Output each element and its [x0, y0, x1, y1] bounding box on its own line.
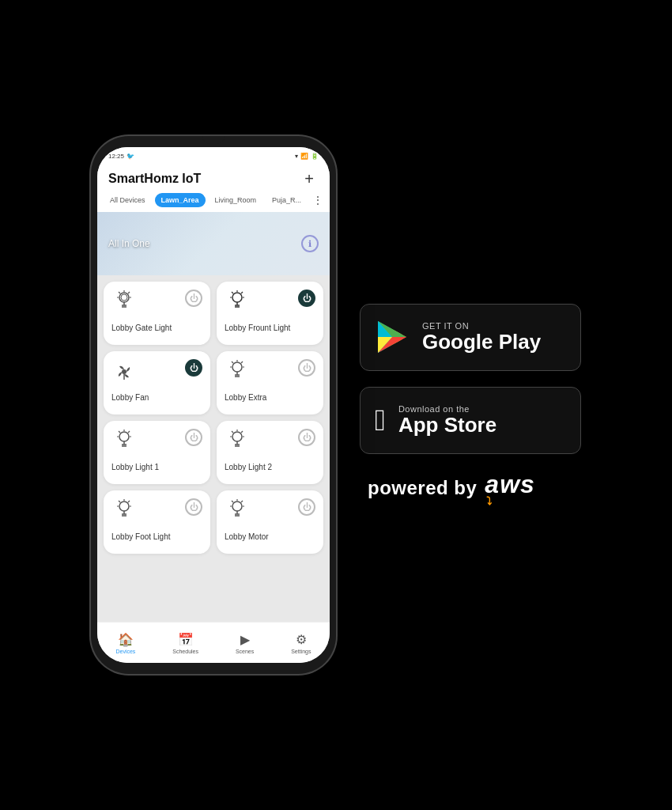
app-store-text-block: Download on the App Store: [398, 404, 496, 437]
device-card-lobby-light-2: ⏻ Lobby Light 2: [217, 421, 323, 484]
app-store-main-text: App Store: [398, 414, 496, 437]
device-card-lobby-light-1: ⏻ Lobby Light 1: [104, 421, 210, 484]
add-device-button[interactable]: +: [300, 169, 319, 188]
nav-devices-label: Devices: [115, 649, 135, 654]
light-icon-lobby-light-1: [111, 429, 137, 458]
section-header: All In One ℹ: [97, 212, 330, 275]
app-title: SmartHomz IoT: [108, 172, 201, 186]
svg-line-15: [241, 292, 243, 293]
svg-line-53: [128, 501, 130, 502]
device-name-lobby-light-1: Lobby Light 1: [111, 463, 159, 472]
power-toggle-lobby-gate-light[interactable]: ⏻: [185, 290, 202, 307]
page-wrapper: 12:25 🐦 ▾ 📶 🔋 SmartHomz IoT + All Device…: [0, 0, 672, 810]
power-toggle-lobby-extra[interactable]: ⏻: [298, 359, 315, 377]
svg-line-35: [128, 431, 130, 433]
power-toggle-lobby-light-1[interactable]: ⏻: [185, 429, 202, 446]
power-toggle-lobby-fan[interactable]: ⏻: [185, 359, 202, 377]
device-name-lobby-gate-light: Lobby Gate Light: [111, 324, 172, 333]
device-name-lobby-extra: Lobby Extra: [225, 393, 266, 403]
svg-point-10: [232, 293, 242, 302]
light-icon-lobby-extra: [225, 359, 250, 388]
google-play-icon: [375, 320, 410, 354]
phone-device: 12:25 🐦 ▾ 📶 🔋 SmartHomz IoT + All Device…: [91, 136, 336, 674]
tab-all-devices[interactable]: All Devices: [104, 193, 152, 207]
powered-by-text: powered by: [368, 477, 477, 499]
tab-puja-r[interactable]: Puja_R...: [266, 193, 308, 207]
tab-living-room[interactable]: Living_Room: [209, 193, 263, 207]
device-card-lobby-foot-light: ⏻ Lobby Foot Light: [104, 490, 210, 554]
google-play-main-text: Google Play: [422, 331, 541, 354]
nav-settings[interactable]: ⚙ Settings: [291, 632, 311, 654]
device-name-lobby-fan: Lobby Fan: [111, 393, 149, 403]
svg-point-19: [122, 369, 126, 374]
svg-point-48: [119, 502, 129, 511]
device-name-lobby-motor: Lobby Motor: [225, 532, 269, 542]
tabs-bar: All Devices Lawn_Area Living_Room Puja_R…: [97, 191, 330, 212]
section-label: All In One: [108, 238, 150, 249]
svg-point-21: [232, 362, 242, 372]
app-store-pre-text: Download on the: [398, 404, 496, 414]
scenes-icon: ▶: [240, 632, 250, 647]
tab-lawn-area[interactable]: Lawn_Area: [155, 193, 206, 207]
svg-line-55: [119, 501, 120, 502]
app-store-button[interactable]:  Download on the App Store: [360, 387, 581, 454]
device-name-lobby-foot-light: Lobby Foot Light: [111, 532, 171, 542]
status-time: 12:25 🐦: [108, 153, 134, 160]
device-card-lobby-extra: ⏻ Lobby Extra: [217, 351, 323, 414]
power-toggle-lobby-frount-light[interactable]: ⏻: [298, 290, 315, 307]
device-card-lobby-fan: ⏻ Lobby Fan: [104, 351, 210, 414]
device-card-lobby-motor: ⏻ Lobby Motor: [217, 490, 323, 554]
google-play-text-block: GET IT ON Google Play: [422, 321, 541, 354]
nav-schedules-label: Schedules: [172, 649, 198, 654]
light-icon-lobby-frount: [225, 290, 250, 319]
svg-line-37: [119, 431, 120, 433]
svg-line-26: [241, 361, 243, 363]
scroll-content: All In One ℹ: [97, 212, 330, 622]
light-icon-lobby-foot: [111, 498, 137, 528]
svg-line-28: [232, 361, 233, 363]
settings-icon: ⚙: [296, 632, 307, 647]
power-toggle-lobby-foot-light[interactable]: ⏻: [185, 498, 202, 516]
device-grid: ⏻ Lobby Gate Light: [97, 275, 330, 560]
svg-line-17: [232, 292, 233, 293]
svg-line-62: [241, 501, 243, 502]
device-name-lobby-frount-light: Lobby Frount Light: [225, 324, 290, 333]
phone-notch: [202, 136, 225, 144]
aws-smile-arrow: ⤵︎: [486, 494, 492, 507]
aws-logo-text: aws: [485, 470, 534, 499]
device-card-lobby-frount-light: ⏻ Lobby Frount Light: [217, 282, 323, 345]
power-toggle-lobby-light-2[interactable]: ⏻: [298, 429, 315, 446]
svg-point-39: [232, 432, 242, 441]
google-play-pre-text: GET IT ON: [422, 321, 541, 331]
svg-point-30: [119, 432, 129, 441]
device-name-lobby-light-2: Lobby Light 2: [225, 463, 272, 472]
light-icon-lobby-motor: [225, 498, 250, 528]
google-play-button[interactable]: GET IT ON Google Play: [360, 304, 581, 371]
bottom-nav: 🏠 Devices 📅 Schedules ▶ Scenes ⚙ Setting…: [97, 622, 330, 663]
tabs-more-icon[interactable]: ⋮: [312, 194, 323, 206]
svg-line-44: [241, 431, 243, 433]
svg-point-57: [232, 502, 242, 511]
nav-devices[interactable]: 🏠 Devices: [115, 632, 135, 654]
schedules-icon: 📅: [178, 632, 194, 647]
nav-settings-label: Settings: [291, 649, 311, 654]
apple-icon: : [375, 405, 386, 435]
svg-line-46: [232, 431, 233, 433]
light-icon-lobby-light-2: [225, 429, 250, 458]
power-toggle-lobby-motor[interactable]: ⏻: [298, 498, 315, 516]
aws-block: powered by aws ⤵︎: [360, 470, 535, 507]
svg-line-64: [232, 501, 233, 502]
home-icon: 🏠: [118, 632, 134, 647]
svg-line-5: [128, 292, 130, 293]
svg-line-7: [119, 292, 120, 293]
nav-schedules[interactable]: 📅 Schedules: [172, 632, 198, 654]
info-icon[interactable]: ℹ: [301, 235, 319, 252]
phone-screen: 12:25 🐦 ▾ 📶 🔋 SmartHomz IoT + All Device…: [97, 147, 330, 663]
app-header: SmartHomz IoT +: [97, 165, 330, 191]
light-icon-lobby-gate: [111, 290, 137, 319]
device-card-lobby-gate-light: ⏻ Lobby Gate Light: [104, 282, 210, 345]
nav-scenes[interactable]: ▶ Scenes: [236, 632, 254, 654]
status-bar: 12:25 🐦 ▾ 📶 🔋: [97, 147, 330, 165]
aws-logo: aws ⤵︎: [485, 470, 534, 507]
nav-scenes-label: Scenes: [236, 649, 254, 654]
